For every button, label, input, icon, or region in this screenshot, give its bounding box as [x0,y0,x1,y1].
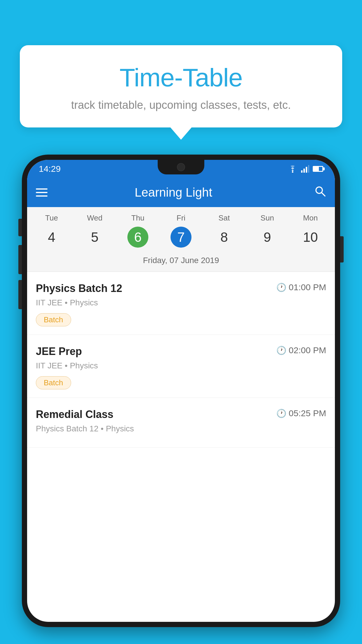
calendar-day-7[interactable]: Fri7 [159,214,203,248]
selected-date-label: Friday, 07 June 2019 [27,251,335,272]
schedule-item-0[interactable]: Physics Batch 12🕐 01:00 PMIIT JEE • Phys… [27,272,335,335]
svg-rect-1 [301,170,303,173]
schedule-item-1[interactable]: JEE Prep🕐 02:00 PMIIT JEE • PhysicsBatch [27,335,335,398]
day-name: Sat [203,214,246,223]
day-number[interactable]: 8 [214,227,235,248]
schedule-item-header: Physics Batch 12🕐 01:00 PM [36,282,326,295]
phone-button-left-2 [18,245,22,274]
calendar-day-8[interactable]: Sat8 [203,214,246,248]
day-name: Sun [246,214,289,223]
phone-screen: 14:29 [27,160,335,622]
schedule-title: Physics Batch 12 [36,282,122,295]
schedule-subtitle: Physics Batch 12 • Physics [36,424,326,433]
phone-button-right [340,236,344,262]
schedule-title: Remedial Class [36,408,113,421]
app-title: Learning Light [55,186,292,200]
clock-icon: 🕐 [276,346,287,355]
battery-icon [313,166,323,172]
calendar-day-10[interactable]: Mon10 [289,214,332,248]
search-button[interactable] [314,185,326,200]
svg-line-6 [321,192,325,196]
calendar-days-header: Tue4Wed5Thu6Fri7Sat8Sun9Mon10 [27,207,335,251]
phone-camera [177,163,185,171]
clock-icon: 🕐 [276,283,287,292]
signal-icon [301,165,309,173]
schedule-time: 🕐 01:00 PM [276,282,326,292]
tooltip-subtitle: track timetable, upcoming classes, tests… [34,99,328,111]
tooltip-title: Time-Table [34,63,328,92]
phone-container: 14:29 [22,155,340,644]
calendar-section: Tue4Wed5Thu6Fri7Sat8Sun9Mon10 Friday, 07… [27,207,335,272]
hamburger-menu[interactable] [36,188,48,197]
day-name: Tue [30,214,73,223]
day-number[interactable]: 10 [300,227,321,248]
schedule-list: Physics Batch 12🕐 01:00 PMIIT JEE • Phys… [27,272,335,448]
day-name: Fri [159,214,203,223]
day-name: Mon [289,214,332,223]
schedule-subtitle: IIT JEE • Physics [36,361,326,370]
schedule-time: 🕐 02:00 PM [276,345,326,355]
clock-icon: 🕐 [276,409,287,418]
svg-rect-3 [306,167,307,173]
status-time: 14:29 [39,164,61,174]
batch-tag: Batch [36,313,71,326]
day-number[interactable]: 6 [127,227,148,248]
phone-notch [158,160,204,174]
schedule-item-2[interactable]: Remedial Class🕐 05:25 PMPhysics Batch 12… [27,398,335,448]
day-name: Thu [116,214,159,223]
batch-tag: Batch [36,376,71,389]
svg-rect-2 [303,169,305,173]
schedule-item-header: Remedial Class🕐 05:25 PM [36,408,326,421]
day-number[interactable]: 9 [257,227,278,248]
calendar-day-5[interactable]: Wed5 [73,214,116,248]
schedule-item-header: JEE Prep🕐 02:00 PM [36,345,326,358]
day-number[interactable]: 4 [41,227,62,248]
calendar-day-4[interactable]: Tue4 [30,214,73,248]
schedule-title: JEE Prep [36,345,82,358]
schedule-time: 🕐 05:25 PM [276,408,326,418]
calendar-day-9[interactable]: Sun9 [246,214,289,248]
svg-rect-4 [308,165,309,173]
tooltip-card: Time-Table track timetable, upcoming cla… [20,45,342,127]
phone-outer: 14:29 [22,155,340,627]
wifi-icon [288,165,298,173]
status-icons [288,165,323,173]
app-bar: Learning Light [27,178,335,207]
day-name: Wed [73,214,116,223]
day-number[interactable]: 7 [171,227,191,248]
svg-point-0 [292,172,294,173]
phone-button-left-1 [18,219,22,236]
day-number[interactable]: 5 [84,227,105,248]
schedule-subtitle: IIT JEE • Physics [36,298,326,307]
calendar-day-6[interactable]: Thu6 [116,214,159,248]
phone-button-left-3 [18,280,22,309]
